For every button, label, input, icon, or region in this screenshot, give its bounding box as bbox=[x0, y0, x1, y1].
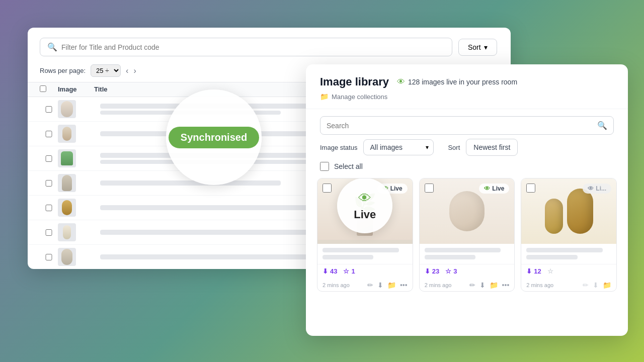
library-search-bar[interactable]: 🔍 bbox=[320, 116, 614, 135]
image-card: 👁 Live 🌿 👁 Live bbox=[317, 178, 413, 292]
row-checkbox[interactable] bbox=[40, 155, 58, 162]
download-icon: ⬇ bbox=[323, 267, 328, 275]
rows-per-page-select[interactable]: 25 ÷ bbox=[91, 64, 121, 77]
card-title-bar bbox=[425, 248, 501, 252]
row-thumb bbox=[58, 125, 76, 143]
library-controls-row2: Image status All images ▾ Sort Newest fi… bbox=[306, 139, 628, 159]
next-page-button[interactable]: › bbox=[133, 66, 136, 75]
image-library-panel: Image library 👁 128 images live in your … bbox=[306, 64, 628, 336]
header-checkbox[interactable] bbox=[40, 85, 46, 92]
row-checkbox[interactable] bbox=[40, 205, 58, 211]
download-icon[interactable]: ⬇ bbox=[377, 281, 383, 289]
title-bar bbox=[100, 254, 330, 259]
card-timestamp: 2 mins ago bbox=[526, 282, 553, 288]
download-count: 43 bbox=[330, 267, 337, 275]
sort-label: Sort bbox=[468, 43, 481, 51]
card-info bbox=[420, 244, 515, 264]
favorite-stat[interactable]: ☆ 3 bbox=[445, 267, 457, 275]
pencil-icon[interactable]: ✏ bbox=[583, 281, 589, 289]
image-status-label: Image status bbox=[320, 144, 357, 151]
star-icon: ☆ bbox=[343, 267, 349, 275]
card-time-row: 2 mins ago ✏ ⬇ 📁 ••• bbox=[317, 278, 413, 291]
card-footer: ⬇ 12 ☆ bbox=[521, 264, 616, 278]
library-title-row: Image library 👁 128 images live in your … bbox=[320, 75, 614, 88]
vase-shape bbox=[449, 191, 485, 231]
eye-icon-large: 👁 bbox=[358, 191, 371, 206]
row-thumb bbox=[58, 100, 76, 118]
more-icon[interactable]: ••• bbox=[502, 281, 510, 289]
pencil-icon[interactable]: ✏ bbox=[367, 281, 373, 289]
row-thumb bbox=[58, 199, 76, 217]
prev-page-button[interactable]: ‹ bbox=[126, 66, 128, 75]
card-checkbox[interactable] bbox=[323, 184, 332, 193]
live-badge-text: Live bbox=[492, 185, 504, 192]
card-footer: ⬇ 23 ☆ 3 bbox=[420, 264, 515, 278]
vase-group bbox=[545, 189, 593, 234]
row-thumb bbox=[58, 223, 76, 241]
folder-icon[interactable]: 📁 bbox=[387, 281, 396, 289]
table-sort-button[interactable]: Sort ▾ bbox=[458, 39, 497, 56]
card-time-row: 2 mins ago ✏ ⬇ 📁 ••• bbox=[420, 278, 515, 291]
select-all-checkbox[interactable] bbox=[320, 162, 329, 171]
table-search-bar[interactable]: 🔍 bbox=[40, 38, 452, 56]
card-top-bar: 👁 Live bbox=[425, 184, 510, 194]
download-count: 12 bbox=[534, 267, 541, 275]
row-checkbox[interactable] bbox=[40, 254, 58, 260]
star-icon: ☆ bbox=[547, 267, 553, 275]
pencil-icon[interactable]: ✏ bbox=[469, 281, 475, 289]
more-icon[interactable]: ••• bbox=[400, 281, 408, 289]
search-icon: 🔍 bbox=[47, 42, 57, 52]
image-status-select[interactable]: All images bbox=[363, 139, 434, 155]
card-info bbox=[521, 244, 616, 264]
card-live-badge: 👁 Live bbox=[479, 184, 509, 194]
row-checkbox[interactable] bbox=[40, 229, 58, 236]
vase-small bbox=[545, 199, 563, 234]
row-checkbox[interactable] bbox=[40, 131, 58, 137]
row-checkbox[interactable] bbox=[40, 106, 58, 113]
favorite-count: 3 bbox=[453, 267, 457, 275]
live-circle-overlay: 👁 Live bbox=[337, 178, 392, 233]
download-icon: ⬇ bbox=[526, 267, 532, 275]
row-checkbox[interactable] bbox=[40, 180, 58, 187]
table-header-bar: 🔍 Sort ▾ bbox=[28, 28, 511, 62]
manage-collections-link[interactable]: 📁 Manage collections bbox=[320, 93, 614, 101]
library-controls: 🔍 bbox=[306, 109, 628, 139]
favorite-stat[interactable]: ☆ bbox=[547, 267, 553, 275]
library-search-input[interactable] bbox=[327, 122, 593, 130]
favorite-count: 1 bbox=[351, 267, 355, 275]
download-icon: ⬇ bbox=[425, 267, 430, 275]
live-circle-text: Live bbox=[354, 208, 376, 221]
download-icon[interactable]: ⬇ bbox=[593, 281, 599, 289]
card-checkbox[interactable] bbox=[526, 184, 535, 193]
favorite-stat[interactable]: ☆ 1 bbox=[343, 267, 355, 275]
image-grid: 👁 Live 🌿 👁 Live bbox=[306, 175, 628, 303]
library-header: Image library 👁 128 images live in your … bbox=[306, 64, 628, 109]
sort-value[interactable]: Newest first bbox=[466, 139, 518, 156]
sort-label: Sort bbox=[448, 144, 460, 151]
rows-per-page-label: Rows per page: bbox=[40, 67, 86, 74]
table-search-input[interactable] bbox=[61, 43, 445, 51]
folder-icon[interactable]: 📁 bbox=[490, 281, 498, 289]
download-count: 23 bbox=[432, 267, 439, 275]
row-thumb bbox=[58, 149, 76, 167]
download-stat[interactable]: ⬇ 12 bbox=[526, 267, 541, 275]
download-stat[interactable]: ⬇ 23 bbox=[425, 267, 439, 275]
image-status-select-wrap: All images ▾ bbox=[363, 139, 434, 155]
image-card: 👁 Live ⬇ 23 ☆ 3 bbox=[419, 178, 515, 292]
library-live-count: 👁 128 images live in your press room bbox=[397, 77, 517, 86]
select-all-row: Select all bbox=[306, 159, 628, 175]
live-badge-text: Live bbox=[390, 185, 403, 192]
folder-icon[interactable]: 📁 bbox=[603, 281, 611, 289]
card-stats: ⬇ 23 ☆ 3 bbox=[425, 267, 457, 275]
card-subtitle-bar bbox=[526, 255, 577, 259]
card-top-bar: 👁 Li... bbox=[526, 184, 611, 194]
card-actions: ✏ ⬇ 📁 ••• bbox=[367, 281, 408, 289]
title-bar bbox=[100, 180, 281, 186]
download-stat[interactable]: ⬇ 43 bbox=[323, 267, 337, 275]
card-checkbox[interactable] bbox=[425, 184, 434, 193]
manage-collections-label: Manage collections bbox=[332, 93, 387, 101]
download-icon[interactable]: ⬇ bbox=[479, 281, 486, 289]
eye-icon: 👁 bbox=[397, 77, 405, 86]
card-subtitle-bar bbox=[425, 255, 475, 259]
row-thumb bbox=[58, 248, 76, 266]
